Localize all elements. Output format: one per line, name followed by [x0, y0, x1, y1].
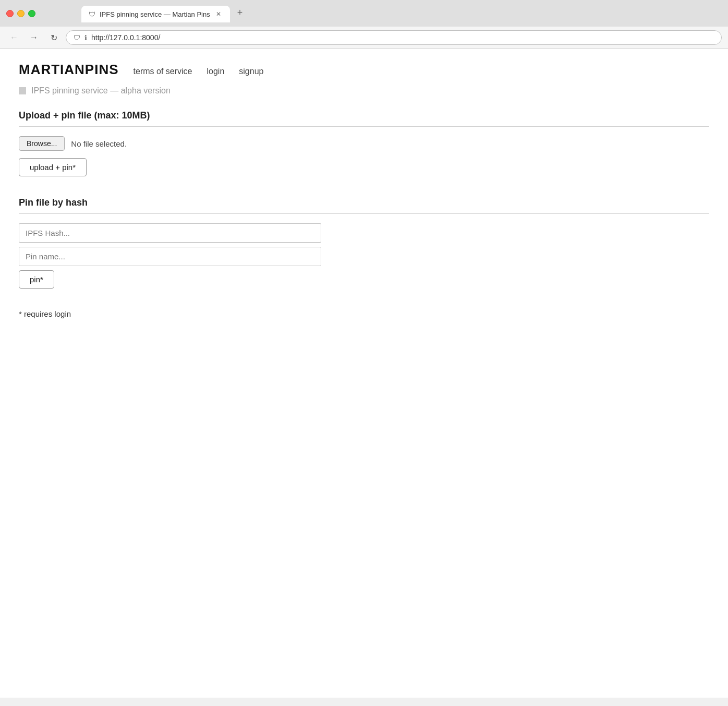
reload-button[interactable]: ↻ — [46, 30, 62, 45]
tab-close-button[interactable]: ✕ — [214, 10, 223, 18]
maximize-button[interactable] — [28, 10, 35, 17]
page-content: MARTIANPINS terms of service login signu… — [0, 49, 728, 698]
tab-bar: 🛡 IPFS pinning service — Martian Pins ✕ … — [40, 4, 279, 22]
subtitle-text: IPFS pinning service — alpha version — [31, 86, 171, 95]
upload-pin-button[interactable]: upload + pin* — [19, 158, 87, 176]
forward-button[interactable]: → — [26, 30, 42, 45]
nav-signup-link[interactable]: signup — [239, 67, 263, 76]
tab-shield-icon: 🛡 — [89, 10, 95, 18]
url-display: http://127.0.0.1:8000/ — [91, 33, 714, 42]
active-tab[interactable]: 🛡 IPFS pinning service — Martian Pins ✕ — [81, 6, 230, 22]
upload-divider — [19, 126, 709, 127]
minimize-button[interactable] — [17, 10, 25, 17]
shield-icon: 🛡 — [74, 34, 80, 42]
traffic-lights — [6, 10, 35, 17]
file-upload-row: Browse... No file selected. — [19, 136, 709, 151]
tab-title: IPFS pinning service — Martian Pins — [100, 10, 210, 18]
pin-button[interactable]: pin* — [19, 270, 54, 289]
pin-name-input[interactable] — [19, 247, 321, 266]
upload-section: Upload + pin file (max: 10MB) Browse... … — [19, 110, 709, 176]
pin-hash-title: Pin file by hash — [19, 197, 709, 208]
upload-section-title: Upload + pin file (max: 10MB) — [19, 110, 709, 121]
site-logo: MARTIANPINS — [19, 62, 119, 78]
close-button[interactable] — [6, 10, 14, 17]
site-subtitle: IPFS pinning service — alpha version — [19, 86, 709, 95]
footer-note: * requires login — [19, 309, 709, 318]
info-icon: ℹ — [84, 34, 87, 42]
browse-button[interactable]: Browse... — [19, 136, 65, 151]
address-bar[interactable]: 🛡 ℹ http://127.0.0.1:8000/ — [66, 30, 722, 45]
site-nav: MARTIANPINS terms of service login signu… — [19, 62, 709, 78]
pin-hash-divider — [19, 213, 709, 214]
browser-chrome: 🛡 IPFS pinning service — Martian Pins ✕ … — [0, 0, 728, 49]
new-tab-button[interactable]: + — [232, 4, 248, 21]
ipfs-hash-input[interactable] — [19, 223, 321, 243]
pin-hash-section: Pin file by hash pin* — [19, 197, 709, 289]
title-bar: 🛡 IPFS pinning service — Martian Pins ✕ … — [0, 0, 728, 27]
nav-terms-link[interactable]: terms of service — [134, 67, 192, 76]
nav-login-link[interactable]: login — [207, 67, 224, 76]
no-file-label: No file selected. — [71, 139, 127, 148]
nav-bar: ← → ↻ 🛡 ℹ http://127.0.0.1:8000/ — [0, 27, 728, 49]
back-button[interactable]: ← — [6, 30, 22, 45]
subtitle-indicator — [19, 87, 26, 94]
